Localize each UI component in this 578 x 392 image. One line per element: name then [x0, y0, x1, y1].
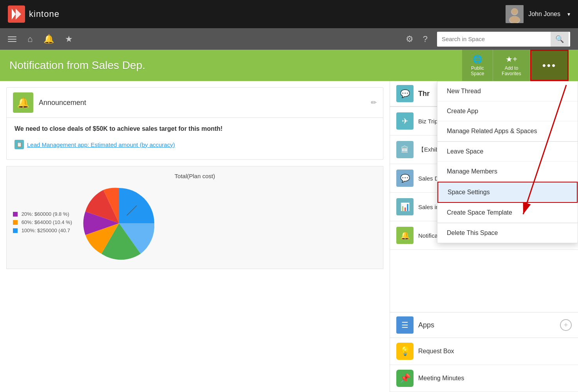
hamburger-line-3 [8, 41, 16, 42]
thread-header-icon: 💬 [396, 85, 414, 102]
space-title: Notification from Sales Dep. [9, 59, 145, 72]
help-icon[interactable]: ? [423, 34, 428, 44]
announcement-header: 🔔 Announcement ✏ [7, 88, 383, 118]
public-space-label: PublicSpace [471, 65, 484, 77]
hamburger-line-1 [8, 36, 16, 37]
thread-icon-2: 🏛 [396, 141, 414, 158]
nav-right-icons: ⚙ ? 🔍 [406, 32, 570, 47]
more-options-button[interactable]: ••• [530, 50, 569, 81]
announcement-bell-icon: 🔔 [13, 92, 33, 113]
chart-legend: 20%: $60000 (9.8 %) 60%: $64000 (10.4 %)… [13, 211, 72, 236]
notifications-icon[interactable]: 🔔 [43, 34, 54, 44]
more-options-icon: ••• [542, 60, 556, 72]
add-favorites-button[interactable]: ★+ Add toFavorites [493, 50, 530, 81]
app-icon-request-box: 💡 [396, 343, 414, 360]
dropdown-space-settings[interactable]: Space Settings [437, 182, 578, 203]
legend-color-2 [13, 220, 18, 225]
favorites-icon[interactable]: ★ [65, 34, 73, 44]
dropdown-new-thread[interactable]: New Thread [437, 81, 578, 101]
legend-color-1 [13, 212, 18, 217]
user-avatar [506, 5, 524, 23]
apps-section: ☰ Apps + 💡 Request Box 📌 Meeting Minutes [390, 312, 578, 392]
app-icon-meeting-minutes: 📌 [396, 370, 414, 387]
announcement-link[interactable]: 📋 Lead Management app: Estimated amount … [14, 140, 375, 149]
add-app-button[interactable]: + [560, 319, 572, 331]
thread-icon-5: 🔔 [396, 227, 414, 244]
home-icon[interactable]: ⌂ [27, 34, 33, 44]
user-name-label: John Jones [528, 11, 560, 18]
announcement-card: 🔔 Announcement ✏ We need to close deals … [6, 87, 383, 160]
hamburger-menu[interactable] [8, 36, 16, 42]
legend-item-3: 100%: $250000 (40.7 [13, 228, 72, 233]
add-favorites-label: Add toFavorites [502, 65, 521, 77]
announcement-link-text[interactable]: Lead Management app: Estimated amount (b… [27, 141, 175, 148]
pie-container: 20%: $60000 (9.8 %) 60%: $64000 (10.4 %)… [13, 184, 377, 262]
svg-point-6 [511, 8, 518, 14]
apps-header: ☰ Apps + [390, 313, 578, 338]
announcement-body: We need to close deals of $50K to achiev… [7, 118, 383, 159]
dropdown-manage-related[interactable]: Manage Related Apps & Spaces [437, 121, 578, 141]
user-dropdown-chevron[interactable]: ▾ [567, 11, 570, 17]
chart-title: Total(Plan cost) [13, 173, 377, 179]
search-input[interactable] [437, 33, 551, 45]
thread-icon-3: 💬 [396, 170, 414, 187]
right-panel: 💬 Thr ✈ Biz Trips 🏛 【Exhibition】 💬 Sales… [390, 81, 578, 392]
svg-point-7 [509, 16, 520, 23]
apps-title: Apps [418, 321, 555, 329]
settings-icon[interactable]: ⚙ [406, 34, 414, 44]
top-header: kintone John Jones ▾ [0, 0, 578, 28]
kintone-logo-icon [8, 5, 25, 23]
legend-item-2: 60%: $64000 (10.4 %) [13, 219, 72, 225]
thread-icon-1: ✈ [396, 112, 414, 130]
pie-chart [80, 184, 158, 262]
space-header-actions: 🌐 PublicSpace ★+ Add toFavorites ••• [462, 50, 569, 81]
main-content: 🔔 Announcement ✏ We need to close deals … [0, 81, 578, 392]
search-button[interactable]: 🔍 [551, 32, 569, 47]
app-name-1: Request Box [418, 348, 454, 355]
dropdown-manage-members[interactable]: Manage Members [437, 162, 578, 182]
search-box[interactable]: 🔍 [437, 32, 570, 47]
dropdown-leave-space[interactable]: Leave Space [437, 142, 578, 162]
dropdown-menu: New Thread Create App Manage Related App… [437, 81, 578, 243]
left-panel: 🔔 Announcement ✏ We need to close deals … [0, 81, 390, 392]
dropdown-delete-space[interactable]: Delete This Space [437, 223, 578, 243]
hamburger-line-2 [8, 39, 16, 40]
app-item-1[interactable]: 💡 Request Box [390, 338, 578, 365]
announcement-title: Announcement [39, 99, 365, 107]
legend-color-3 [13, 228, 18, 233]
nav-bar: ⌂ 🔔 ★ ⚙ ? 🔍 [0, 28, 578, 50]
logo-text: kintone [29, 9, 60, 19]
legend-item-1: 20%: $60000 (9.8 %) [13, 211, 72, 217]
announcement-text: We need to close deals of $50K to achiev… [14, 124, 375, 134]
thread-icon-4: 📊 [396, 198, 414, 215]
dropdown-create-template[interactable]: Create Space Template [437, 203, 578, 223]
app-name-2: Meeting Minutes [418, 375, 464, 382]
public-space-icon: 🌐 [473, 54, 482, 64]
logo-area: kintone [8, 5, 60, 23]
add-favorites-icon: ★+ [506, 54, 517, 64]
user-area: John Jones ▾ [506, 5, 570, 23]
edit-announcement-icon[interactable]: ✏ [371, 98, 377, 107]
thread-header-title: Thr [418, 90, 430, 98]
space-header: Notification from Sales Dep. 🌐 PublicSpa… [0, 50, 578, 81]
link-app-icon: 📋 [14, 140, 24, 149]
apps-icon: ☰ [396, 316, 414, 334]
public-space-button[interactable]: 🌐 PublicSpace [462, 50, 493, 81]
chart-area: Total(Plan cost) 20%: $60000 (9.8 %) 60%… [6, 166, 383, 269]
app-item-2[interactable]: 📌 Meeting Minutes [390, 365, 578, 392]
dropdown-create-app[interactable]: Create App [437, 101, 578, 121]
